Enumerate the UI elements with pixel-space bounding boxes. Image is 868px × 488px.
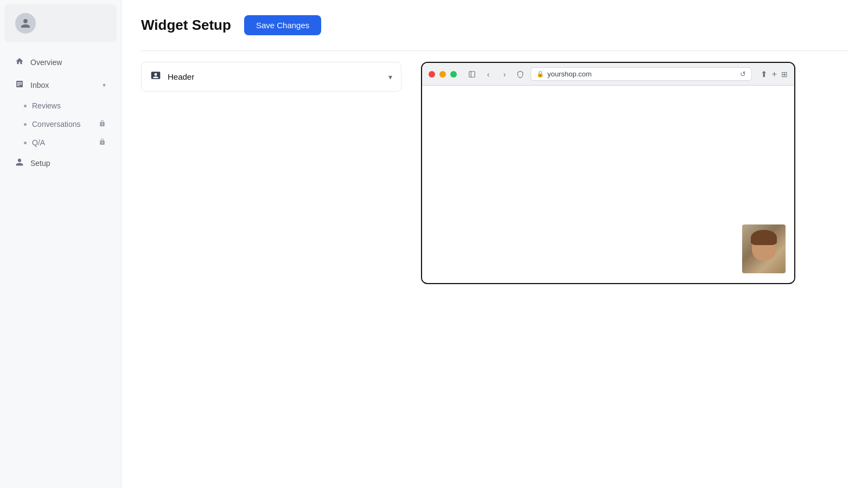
page-title: Widget Setup xyxy=(141,17,231,34)
sidebar-item-qa[interactable]: Q/A xyxy=(4,134,117,151)
browser-controls: ‹ › xyxy=(465,68,526,81)
reload-icon: ↺ xyxy=(740,70,746,78)
inbox-icon xyxy=(15,80,24,91)
setup-person-icon xyxy=(15,158,24,169)
sidebar-nav: Overview Inbox ▾ Reviews Conversations xyxy=(0,47,121,179)
page-header: Widget Setup Save Changes xyxy=(141,15,848,35)
header-section-label: Header xyxy=(168,72,382,81)
lock-icon: 🔒 xyxy=(537,70,544,78)
browser-preview: ‹ › 🔒 yourshop.com ↺ ⬆ + ⊞ xyxy=(421,62,795,284)
sidebar-item-overview[interactable]: Overview xyxy=(4,52,117,73)
sidebar-toggle-button[interactable] xyxy=(465,68,478,81)
sidebar-item-reviews[interactable]: Reviews xyxy=(4,97,117,114)
traffic-red-button[interactable] xyxy=(429,71,435,78)
inbox-chevron-icon: ▾ xyxy=(103,81,106,89)
face-hair xyxy=(751,230,777,245)
qa-lock-icon xyxy=(99,138,106,147)
sidebar-inbox-label: Inbox xyxy=(30,81,96,89)
sidebar-qa-label: Q/A xyxy=(32,138,45,147)
dot-icon xyxy=(24,142,27,144)
conversations-lock-icon xyxy=(99,120,106,129)
home-icon xyxy=(15,57,24,68)
sidebar: Overview Inbox ▾ Reviews Conversations xyxy=(0,0,122,488)
traffic-green-button[interactable] xyxy=(450,71,457,78)
back-button[interactable]: ‹ xyxy=(482,68,495,81)
sidebar-reviews-label: Reviews xyxy=(32,101,61,110)
main-content: Widget Setup Save Changes Header ▾ xyxy=(122,0,868,488)
dot-icon xyxy=(24,105,27,107)
sidebar-conversations-label: Conversations xyxy=(32,120,81,129)
config-panel: Header ▾ xyxy=(141,62,401,100)
forward-button[interactable]: › xyxy=(498,68,511,81)
shield-icon xyxy=(514,68,526,80)
url-text: yourshop.com xyxy=(547,70,592,78)
traffic-yellow-button[interactable] xyxy=(439,71,446,78)
header-section-icon xyxy=(150,70,161,84)
sidebar-item-inbox[interactable]: Inbox ▾ xyxy=(4,74,117,96)
save-changes-button[interactable]: Save Changes xyxy=(244,15,321,35)
user-avatar-button[interactable] xyxy=(4,4,117,42)
widget-image xyxy=(742,224,786,273)
share-icon[interactable]: ⬆ xyxy=(761,69,768,79)
browser-toolbar: ‹ › 🔒 yourshop.com ↺ ⬆ + ⊞ xyxy=(422,63,794,86)
address-bar[interactable]: 🔒 yourshop.com ↺ xyxy=(531,67,752,81)
dot-icon xyxy=(24,123,27,126)
content-area: Header ▾ ‹ › xyxy=(141,62,848,284)
face-simulation xyxy=(748,229,780,269)
sidebar-item-conversations[interactable]: Conversations xyxy=(4,115,117,133)
header-section-chevron-icon: ▾ xyxy=(388,73,392,81)
new-tab-icon[interactable]: + xyxy=(772,69,777,79)
sidebar-item-setup[interactable]: Setup xyxy=(4,152,117,174)
avatar-icon xyxy=(15,13,36,34)
widget-thumbnail xyxy=(742,224,786,273)
browser-body xyxy=(422,86,794,282)
svg-rect-0 xyxy=(469,71,475,77)
header-divider xyxy=(141,50,848,51)
sidebar-setup-label: Setup xyxy=(30,159,106,168)
browser-actions: ⬆ + ⊞ xyxy=(761,69,788,79)
header-section-accordion[interactable]: Header ▾ xyxy=(141,62,401,92)
face-head xyxy=(752,233,776,260)
tabs-icon[interactable]: ⊞ xyxy=(781,70,788,79)
sidebar-overview-label: Overview xyxy=(30,58,106,67)
